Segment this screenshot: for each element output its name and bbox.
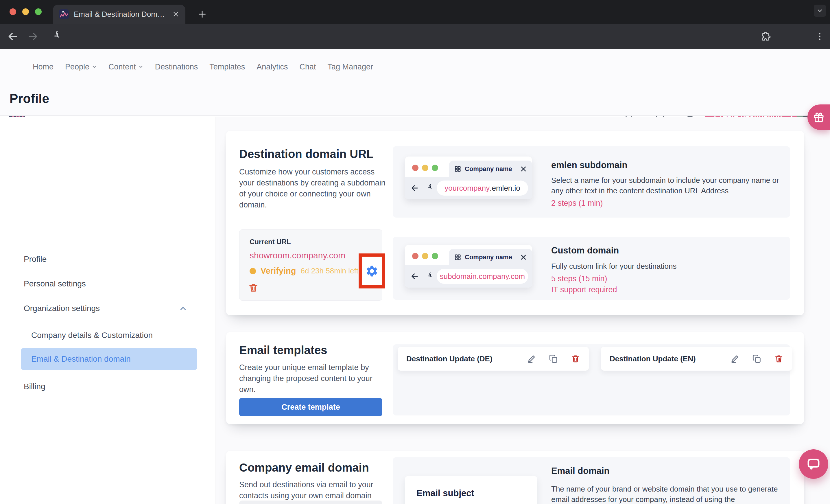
main-nav: Home People Content Destinations Templat… [33,49,373,85]
nav-item-destinations[interactable]: Destinations [155,62,198,71]
option-steps: 2 steps (1 min) [551,199,603,208]
edit-pencil-icon[interactable] [730,354,739,364]
sidebar-item-label: Email & Destination domain [31,354,131,364]
sidebar-item-company-details[interactable]: Company details & Customization [31,331,153,340]
whats-new-gift-button[interactable] [807,104,830,130]
tab-search-button[interactable] [814,5,826,17]
email-templates-card: Email templates Create your unique email… [226,332,804,424]
nav-item-templates[interactable]: Templates [210,62,245,71]
nav-label: Chat [299,62,316,71]
browser-mockup: Company name su [405,245,532,288]
back-button[interactable] [6,30,19,43]
email-domain-description: The name of your brand or website domain… [551,484,791,504]
edit-pencil-icon[interactable] [527,354,536,364]
destination-domain-description: Customize how your customers access your… [239,166,387,210]
mock-traffic-light-yellow [422,253,428,259]
grid-icon [454,254,461,261]
mock-browser-toolbar: yourcompany.emlen.io [405,177,532,199]
arrow-right-icon [28,31,38,42]
page-title-bar: Profile [0,85,830,116]
delete-trash-icon[interactable] [774,354,784,364]
traffic-light-close[interactable] [9,8,16,15]
create-template-button[interactable]: Create template [239,398,382,416]
chevron-up-icon[interactable] [179,304,187,313]
nav-item-people[interactable]: People [65,62,97,71]
extensions-button[interactable] [760,30,772,43]
forward-button[interactable] [27,30,39,43]
nav-label: Templates [210,62,245,71]
email-domain-input-stub[interactable] [239,501,382,504]
nav-label: Destinations [155,62,198,71]
destination-domain-card: Destination domain URL Customize how you… [226,131,804,315]
browser-tab[interactable]: Email & Destination Domain | [53,5,185,24]
extensions-puzzle-icon [761,31,771,42]
status-time-left: 6d 23h 58min left [301,266,358,276]
close-icon [520,165,527,172]
grid-icon [454,165,461,172]
option-steps: 5 steps (15 min) [551,274,607,283]
reload-icon [424,273,432,280]
nav-label: Home [33,62,54,71]
nav-label: People [65,62,89,71]
mock-url-pill: yourcompany.emlen.io [437,181,528,196]
support-chat-widget-button[interactable] [799,449,828,479]
settings-sidebar: Profile Personal settings Organization s… [0,117,216,504]
nav-label: Content [108,62,136,71]
arrow-left-icon [411,184,419,192]
copy-icon[interactable] [549,354,558,364]
nav-label: Analytics [257,62,288,71]
browser-mockup: Company name yo [405,157,532,199]
tab-close-icon[interactable] [172,10,180,18]
browser-menu-button[interactable] [813,30,826,43]
email-subject-label: Email subject [416,488,474,499]
nav-item-analytics[interactable]: Analytics [257,62,288,71]
nav-item-home[interactable]: Home [33,62,54,71]
close-icon [520,254,527,261]
gift-icon [812,111,825,123]
mock-browser-toolbar: subdomain.company.com [405,265,532,288]
arrow-left-icon [411,272,419,280]
sidebar-item-organization-settings[interactable]: Organization settings [24,304,100,313]
template-card-de[interactable]: Destination Update (DE) [397,347,589,371]
verification-status: Verifying 6d 23h 58min left [250,266,358,276]
copy-icon[interactable] [752,354,762,364]
company-email-title: Company email domain [239,461,369,474]
template-card-en[interactable]: Destination Update (EN) [601,347,792,371]
nav-item-chat[interactable]: Chat [299,62,316,71]
email-domain-panel: Email subject Email domain The name of y… [393,457,790,504]
plus-icon [197,9,207,19]
sidebar-item-personal-settings[interactable]: Personal settings [24,279,86,288]
reload-button[interactable] [47,30,60,43]
nav-item-tag-manager[interactable]: Tag Manager [327,62,373,71]
sidebar-item-email-destination-domain[interactable]: Email & Destination domain [21,348,197,370]
app-header: Home People Content Destinations Templat… [0,49,830,85]
page-title: Profile [9,91,49,106]
app-window: Email & Destination Domain | [0,0,830,504]
email-templates-title: Email templates [239,344,327,357]
delete-domain-trash-icon[interactable] [248,282,259,293]
mock-url-rest: .emlen.io [490,184,520,193]
gear-icon[interactable] [365,264,379,278]
template-name: Destination Update (EN) [610,354,717,364]
emlen-favicon [59,9,69,20]
option-description: Select a name for your subdomain to incl… [551,175,791,196]
reload-icon [48,31,59,42]
nav-label: Tag Manager [327,62,373,71]
traffic-light-maximize[interactable] [35,8,42,15]
traffic-light-minimize[interactable] [22,8,29,15]
option-title: emlen subdomain [551,160,628,170]
browser-tab-strip: Email & Destination Domain | [0,0,830,24]
nav-item-content[interactable]: Content [108,62,143,71]
new-tab-button[interactable] [195,7,209,21]
option-title: Custom domain [551,245,619,256]
chevron-down-icon [138,64,143,69]
sidebar-item-profile[interactable]: Profile [24,255,46,264]
emlen-subdomain-option-card: Company name yo [393,146,790,218]
email-templates-description: Create your unique email template by cha… [239,362,384,395]
mock-url-highlight: subdomain.company.com [440,272,525,281]
reload-icon [424,184,432,192]
mock-tab-label: Company name [465,165,516,173]
sidebar-item-billing[interactable]: Billing [24,382,45,391]
delete-trash-icon[interactable] [571,354,580,364]
company-email-domain-card: Company email domain Send out destinatio… [226,451,804,504]
